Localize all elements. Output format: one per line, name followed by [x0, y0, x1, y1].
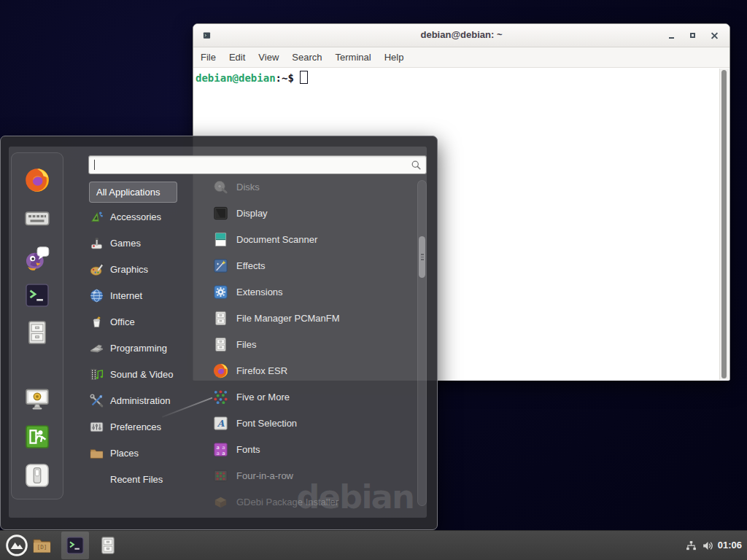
app-five-or-more[interactable]: Five or More: [193, 384, 417, 410]
gdebi-icon: [212, 494, 229, 510]
category-games[interactable]: Games: [89, 230, 193, 256]
app-document-scanner[interactable]: Document Scanner: [193, 226, 417, 252]
category-preferences[interactable]: Preferences: [89, 413, 193, 440]
clock[interactable]: 01:06: [718, 540, 742, 551]
search-input[interactable]: [97, 158, 406, 174]
app-label: Display: [236, 208, 268, 219]
keyboard-icon: [23, 204, 51, 232]
category-places[interactable]: Places: [89, 440, 193, 466]
search-box[interactable]: [88, 155, 427, 174]
app-list: DisksDisplayDocument ScannerEffectsExten…: [193, 174, 417, 515]
logout-icon: [23, 423, 51, 451]
terminal-scrollbar-thumb[interactable]: [721, 70, 727, 378]
category-recent-files[interactable]: Recent Files: [89, 466, 193, 492]
terminal-menu-file[interactable]: File: [194, 49, 222, 66]
accessories-icon: [89, 209, 104, 225]
prompt-line: debian@debian:~$: [193, 68, 729, 85]
preferences-icon: [89, 419, 104, 435]
minimize-button[interactable]: [669, 37, 674, 39]
app-display[interactable]: Display: [193, 200, 417, 226]
file-cabinet-icon: [23, 319, 51, 346]
file-cabinet-icon: [212, 310, 229, 327]
favorite-lock-screen-button[interactable]: [23, 385, 51, 413]
desktop: debian@debian: ~ FileEditViewSearchTermi…: [0, 0, 747, 560]
app-effects[interactable]: Effects: [193, 252, 417, 279]
category-label: Sound & Video: [110, 369, 174, 380]
extensions-icon: [212, 284, 229, 300]
favorite-shutdown-button[interactable]: [23, 462, 51, 489]
filter-label: All Applications: [96, 187, 160, 198]
document-scanner-icon: [212, 231, 229, 248]
taskbar-menu-button[interactable]: [5, 534, 28, 557]
close-button[interactable]: [711, 32, 718, 39]
window-controls: [669, 24, 718, 47]
app-firefox-esr[interactable]: Firefox ESR: [193, 357, 417, 384]
terminal-menu-help[interactable]: Help: [378, 49, 411, 66]
category-label: Administration: [110, 395, 170, 406]
svg-text:a: a: [222, 449, 225, 456]
terminal-menu-search[interactable]: Search: [285, 49, 328, 66]
terminal-scrollbar[interactable]: [719, 69, 729, 380]
app-font-selection[interactable]: AFont Selection: [193, 410, 417, 436]
sound-video-icon: [89, 367, 104, 382]
category-label: Programming: [110, 343, 167, 354]
category-office[interactable]: Office: [89, 308, 193, 335]
favorite-logout-button[interactable]: [23, 423, 51, 451]
menu-scrollbar[interactable]: [417, 180, 427, 506]
disks-icon: [212, 179, 229, 195]
app-extensions[interactable]: Extensions: [193, 279, 417, 305]
taskbar-files-button[interactable]: [98, 535, 118, 556]
app-label: Disks: [236, 182, 260, 192]
app-label: Four-in-a-row: [236, 470, 293, 481]
favorite-firefox-button[interactable]: [23, 166, 51, 194]
category-label: Games: [110, 238, 141, 249]
app-label: Files: [236, 339, 256, 350]
category-label: Internet: [110, 290, 142, 301]
favorite-files-button[interactable]: [23, 319, 51, 346]
prompt-user: debian@debian: [196, 72, 276, 84]
terminal-cursor: [300, 71, 308, 84]
taskbar-terminal-button[interactable]: [61, 532, 89, 559]
volume-icon[interactable]: [701, 539, 715, 553]
five-or-more-icon: [212, 389, 229, 405]
terminal-sq-icon: [23, 281, 51, 309]
app-file-manager-pcmanfm[interactable]: File Manager PCManFM: [193, 305, 417, 331]
terminal-menu-edit[interactable]: Edit: [222, 49, 252, 66]
category-internet[interactable]: Internet: [89, 282, 193, 308]
category-accessories[interactable]: Accessories: [89, 203, 193, 230]
taskbar: [D] 01:06: [0, 530, 747, 560]
prompt-suffix: :~$: [276, 72, 294, 84]
file-cabinet-icon: [212, 336, 229, 353]
internet-icon: [89, 288, 104, 303]
places-icon: [89, 446, 104, 461]
filter-all-applications[interactable]: All Applications: [89, 182, 177, 203]
favorite-pidgin-button[interactable]: [23, 244, 51, 271]
app-files[interactable]: Files: [193, 331, 417, 357]
font-selection-icon: A: [212, 415, 229, 432]
category-graphics[interactable]: Graphics: [89, 256, 193, 282]
category-programming[interactable]: Programming: [89, 335, 193, 361]
favorite-keyboard-button[interactable]: [23, 204, 51, 232]
pidgin-icon: [23, 244, 51, 271]
terminal-icon: [65, 535, 85, 556]
shutdown-icon: [23, 462, 51, 489]
firefox-icon: [212, 362, 229, 379]
app-label: Fonts: [236, 444, 260, 455]
graphics-icon: [89, 262, 104, 277]
app-disks[interactable]: Disks: [193, 174, 417, 200]
programming-icon: [89, 341, 104, 356]
favorite-terminal-button[interactable]: [23, 281, 51, 309]
terminal-menu-view[interactable]: View: [252, 49, 285, 66]
terminal-menu-terminal[interactable]: Terminal: [329, 49, 378, 66]
taskbar-file-manager-button[interactable]: [D]: [31, 535, 53, 556]
category-label: Graphics: [110, 264, 148, 275]
app-fonts[interactable]: aaaaFonts: [193, 436, 417, 462]
menu-scrollbar-thumb[interactable]: [419, 236, 425, 278]
network-icon[interactable]: [685, 540, 697, 552]
app-label: Five or More: [236, 392, 290, 402]
terminal-titlebar[interactable]: debian@debian: ~: [193, 24, 729, 47]
display-icon: [212, 205, 229, 222]
category-sound-video[interactable]: Sound & Video: [89, 361, 193, 387]
application-menu: All Applications AccessoriesGamesGraphic…: [0, 136, 438, 530]
maximize-button[interactable]: [690, 33, 695, 38]
